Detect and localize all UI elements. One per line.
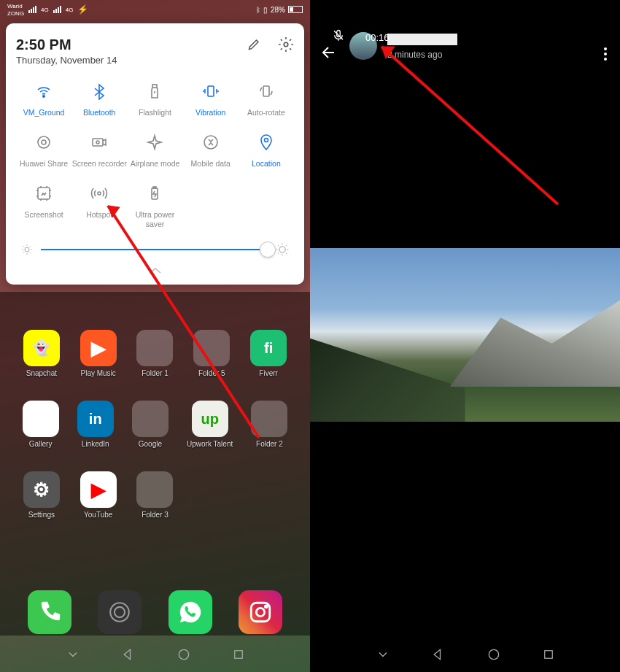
instagram-icon	[239, 590, 282, 634]
recording-timer: 00:16	[365, 32, 390, 43]
app-folder-5[interactable]: Folder 5	[193, 330, 230, 377]
dock-app-instagram[interactable]	[239, 590, 282, 634]
svg-rect-14	[153, 187, 156, 188]
qs-collapse-icon[interactable]	[16, 264, 294, 277]
qs-tile-share[interactable]: Huawei Share	[16, 133, 71, 178]
brightness-thumb[interactable]	[260, 242, 276, 258]
dock	[0, 590, 310, 634]
qs-tile-label: Location	[252, 159, 281, 178]
svg-rect-28	[544, 651, 552, 659]
nav-home-icon[interactable]	[177, 647, 191, 662]
brightness-slider[interactable]	[16, 239, 294, 260]
app-label: Upwork Talent	[187, 440, 233, 448]
qs-tile-rotate[interactable]: Auto-rotate	[239, 82, 294, 127]
screenshot-icon	[34, 184, 53, 203]
user-name-redacted	[387, 34, 457, 45]
story-image[interactable]	[310, 248, 620, 422]
qs-tile-label: Mobile data	[191, 159, 230, 178]
nav-down-icon[interactable]	[66, 647, 80, 662]
svg-point-27	[489, 649, 498, 659]
app-fiverr[interactable]: fiFiverr	[250, 330, 287, 377]
signal-icon	[28, 6, 36, 13]
qs-tile-label: Auto-rotate	[247, 108, 285, 127]
qs-tile-bluetooth[interactable]: Bluetooth	[71, 82, 127, 127]
bluetooth-icon	[90, 82, 109, 101]
app-folder-2[interactable]: Folder 2	[251, 401, 287, 448]
edit-icon[interactable]	[247, 36, 262, 51]
qs-tile-airplane[interactable]: Airplane mode	[127, 133, 182, 178]
bluetooth-status-icon: ᛒ	[256, 6, 260, 14]
status-bar: Warid ZONG 4G 4G ⚡ ᛒ ▯ 28%	[0, 0, 310, 19]
qs-tile-screenshot[interactable]: Screenshot	[16, 184, 71, 229]
app-label: Folder 1	[142, 369, 168, 377]
app-label: Gallery	[29, 440, 53, 448]
app-icon: 👻	[23, 330, 60, 366]
app-google[interactable]: Google	[132, 401, 168, 448]
location-icon	[257, 133, 276, 152]
app-folder-3[interactable]: Folder 3	[136, 471, 173, 519]
nav-recent-icon[interactable]	[232, 648, 245, 661]
folder-icon	[136, 471, 173, 508]
app-youtube[interactable]: ▶YouTube	[80, 471, 117, 519]
svg-point-21	[265, 606, 267, 608]
app-label: Fiverr	[259, 369, 278, 377]
svg-point-6	[42, 140, 46, 144]
rotate-icon	[257, 82, 276, 101]
app-snapchat[interactable]: 👻Snapchat	[23, 330, 60, 377]
nav-recent-icon[interactable]	[542, 648, 555, 661]
qs-date: Thursday, November 14	[16, 55, 117, 66]
back-icon[interactable]	[320, 44, 338, 61]
qs-tile-data[interactable]: Mobile data	[183, 133, 239, 178]
app-play-music[interactable]: ▶Play Music	[80, 330, 117, 377]
dock-app-whatsapp[interactable]	[168, 590, 212, 634]
svg-point-22	[179, 649, 188, 659]
qs-time: 2:50 PM	[16, 36, 117, 53]
app-upwork-talent[interactable]: upUpwork Talent	[187, 401, 233, 448]
battery-icon	[145, 184, 164, 203]
svg-point-0	[284, 42, 288, 47]
brightness-high-icon	[275, 242, 290, 257]
vibration-icon	[201, 82, 220, 101]
whatsapp-icon	[168, 590, 212, 634]
carrier-2: ZONG	[7, 10, 24, 17]
qs-tile-hotspot[interactable]: Hotspot	[71, 184, 127, 229]
nav-back-icon[interactable]	[121, 647, 136, 662]
qs-tile-recorder[interactable]: Screen recorder	[71, 133, 127, 178]
app-label: Folder 2	[256, 440, 283, 448]
nav-bar	[0, 637, 310, 672]
nav-down-icon[interactable]	[376, 647, 390, 662]
qs-tile-battery[interactable]: Ultra power saver	[127, 184, 182, 229]
story-header: 00:16 2 minutes ago	[310, 0, 620, 67]
qs-tile-label: Flashlight	[139, 108, 171, 127]
dock-app-camera[interactable]	[98, 590, 142, 634]
folder-icon	[132, 401, 168, 437]
app-label: YouTube	[84, 511, 112, 519]
brightness-track[interactable]	[41, 249, 268, 250]
dock-app-phone[interactable]	[28, 590, 71, 634]
phone-icon	[28, 590, 71, 634]
svg-rect-2	[152, 85, 157, 88]
qs-tile-label: Ultra power saver	[127, 210, 182, 229]
svg-point-12	[98, 192, 101, 195]
app-folder-1[interactable]: Folder 1	[136, 330, 173, 377]
nav-home-icon[interactable]	[487, 647, 501, 662]
app-icon: ⚙	[23, 471, 60, 508]
app-icon: fi	[250, 330, 287, 366]
app-settings[interactable]: ⚙Settings	[23, 471, 60, 519]
app-linkedin[interactable]: inLinkedIn	[77, 401, 114, 448]
nav-back-icon[interactable]	[431, 647, 446, 662]
svg-point-17	[111, 603, 130, 622]
qs-tile-vibration[interactable]: Vibration	[183, 82, 239, 127]
settings-icon[interactable]	[278, 36, 294, 53]
net-type-2: 4G	[66, 7, 74, 13]
app-gallery[interactable]: 🖼Gallery	[23, 401, 59, 448]
qs-tile-location[interactable]: Location	[239, 133, 294, 178]
quick-settings-panel[interactable]: 2:50 PM Thursday, November 14 VM_GroundB…	[6, 23, 304, 285]
qs-tile-label: Screenshot	[25, 210, 63, 229]
more-icon[interactable]	[604, 45, 607, 63]
app-label: Google	[139, 440, 162, 448]
qs-tile-flashlight[interactable]: Flashlight	[127, 82, 182, 127]
net-type-1: 4G	[41, 7, 49, 13]
qs-tile-wifi[interactable]: VM_Ground	[16, 82, 71, 127]
svg-line-29	[381, 47, 558, 204]
